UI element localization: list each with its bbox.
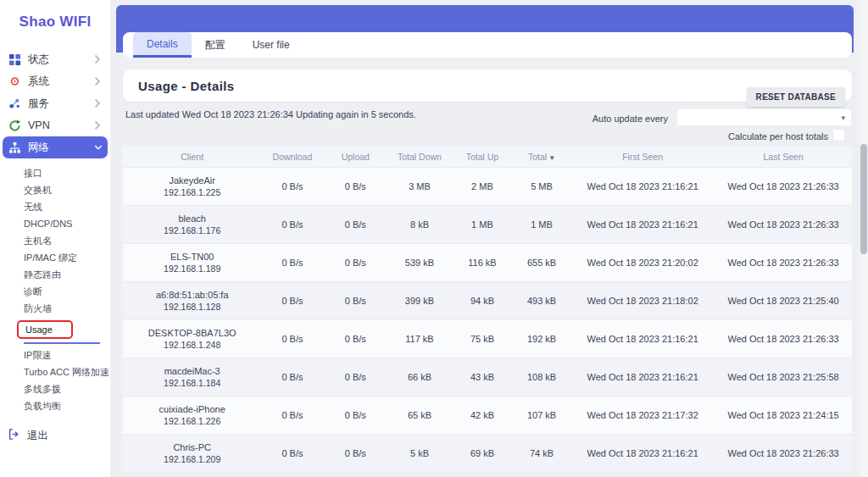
logout-label: 退出: [27, 429, 48, 443]
submenu-item-label: 多线多拨: [24, 383, 61, 396]
last-seen-cell: Wed Oct 18 2023 21:26:33: [715, 334, 852, 344]
table-row-3[interactable]: a6:8d:51:ab:05:fa 192.168.1.128 0 B/s 0 …: [123, 281, 852, 319]
total-cell: 107 kB: [513, 410, 570, 420]
first-seen-cell: Wed Oct 18 2023 21:17:32: [570, 410, 715, 420]
column-header-total[interactable]: Total▼: [513, 152, 570, 162]
client-cell: JakeydeAir 192.168.1.225: [123, 175, 261, 197]
column-header-last-seen[interactable]: Last Seen: [715, 152, 852, 162]
last-seen-cell: Wed Oct 18 2023 21:26:33: [715, 448, 852, 458]
app-window: Shao WIFI 状态 ⚙ 系统 服务: [0, 0, 868, 477]
sidebar-item-status[interactable]: 状态: [0, 48, 110, 70]
tab-details[interactable]: Details: [133, 32, 192, 58]
client-name: a6:8d:51:ab:05:fa: [123, 290, 261, 300]
submenu-item-label: IP/MAC 绑定: [24, 252, 77, 264]
submenu-item-11[interactable]: Turbo ACC 网络加速: [0, 363, 110, 380]
tab-user-file[interactable]: User file: [239, 32, 303, 58]
sidebar: Shao WIFI 状态 ⚙ 系统 服务: [0, 0, 110, 477]
sidebar-item-vpn[interactable]: VPN: [0, 114, 110, 136]
client-name: bleach: [123, 214, 261, 224]
column-header-total-up[interactable]: Total Up: [452, 152, 513, 162]
total-down-cell: 3 MB: [387, 181, 452, 191]
sidebar-item-services[interactable]: 服务: [0, 92, 110, 114]
table-row-2[interactable]: ELS-TN00 192.168.1.189 0 B/s 0 B/s 539 k…: [123, 243, 852, 281]
sidebar-item-label: VPN: [28, 119, 87, 131]
gear-icon: ⚙: [8, 75, 21, 88]
total-up-cell: 116 kB: [452, 258, 513, 268]
chevron-right-icon: [94, 54, 103, 64]
submenu-item-3[interactable]: DHCP/DNS: [0, 215, 110, 232]
client-cell: DESKTOP-8BA7L3O 192.168.1.248: [123, 328, 261, 350]
total-down-cell: 66 kB: [387, 372, 452, 382]
client-ip: 192.168.1.128: [123, 302, 261, 312]
sidebar-menu: 状态 ⚙ 系统 服务 VPN: [0, 48, 110, 158]
first-seen-cell: Wed Oct 18 2023 21:16:21: [570, 181, 715, 191]
submenu-item-7[interactable]: 诊断: [0, 283, 110, 300]
submenu-item-5[interactable]: IP/MAC 绑定: [0, 249, 110, 266]
last-seen-cell: Wed Oct 18 2023 21:26:33: [715, 181, 852, 191]
client-name: Chris-PC: [123, 442, 261, 452]
total-cell: 655 kB: [513, 258, 570, 268]
total-down-cell: 65 kB: [387, 410, 452, 420]
column-header-total-down[interactable]: Total Down: [387, 152, 452, 162]
sidebar-item-network[interactable]: 网络: [3, 136, 108, 158]
last-seen-cell: Wed Oct 18 2023 21:26:33: [715, 219, 852, 230]
chevron-right-icon: [94, 76, 103, 86]
table-header-row: Client Download Upload Total Down Total …: [123, 146, 852, 167]
table-row-4[interactable]: DESKTOP-8BA7L3O 192.168.1.248 0 B/s 0 B/…: [123, 319, 852, 358]
sidebar-item-system[interactable]: ⚙ 系统: [0, 70, 110, 92]
main-content: Details 配置 User file Usage - Details RES…: [110, 0, 868, 477]
submenu-item-0[interactable]: 接口: [0, 164, 110, 181]
tab-config[interactable]: 配置: [192, 32, 239, 58]
submenu-item-1[interactable]: 交换机: [0, 181, 110, 198]
submenu-item-8[interactable]: 防火墙: [0, 300, 110, 317]
upload-cell: 0 B/s: [323, 219, 387, 230]
first-seen-cell: Wed Oct 18 2023 21:20:02: [570, 258, 715, 268]
submenu-item-4[interactable]: 主机名: [0, 232, 110, 249]
tab-bar: Details 配置 User file: [123, 32, 852, 58]
table-row-6[interactable]: cuixiade-iPhone 192.168.1.226 0 B/s 0 B/…: [123, 396, 852, 434]
client-cell: cuixiade-iPhone 192.168.1.226: [123, 404, 261, 426]
calc-per-host-checkbox[interactable]: [832, 129, 845, 141]
last-updated-text: Last updated Wed Oct 18 2023 21:26:34 Up…: [125, 109, 416, 119]
last-seen-cell: Wed Oct 18 2023 21:24:15: [715, 410, 852, 420]
upload-cell: 0 B/s: [323, 258, 387, 268]
network-icon: [8, 141, 21, 154]
submenu-item-6[interactable]: 静态路由: [0, 266, 110, 283]
scrollbar-track[interactable]: [860, 0, 868, 477]
submenu-item-10[interactable]: IP限速: [0, 347, 110, 363]
total-down-cell: 539 kB: [387, 258, 452, 268]
submenu-item-label: IP限速: [24, 349, 51, 362]
client-name: ELS-TN00: [123, 252, 261, 262]
client-ip: 192.168.1.225: [123, 187, 261, 197]
table-row-1[interactable]: bleach 192.168.1.176 0 B/s 0 B/s 8 kB 1 …: [123, 205, 852, 243]
column-header-first-seen[interactable]: First Seen: [570, 152, 715, 162]
sidebar-item-label: 服务: [28, 97, 87, 111]
submenu-item-13[interactable]: 负载均衡: [0, 397, 110, 414]
table-row-5[interactable]: macdeiMac-3 192.168.1.184 0 B/s 0 B/s 66…: [123, 358, 852, 396]
logout-button[interactable]: 退出: [0, 428, 110, 443]
client-ip: 192.168.1.184: [123, 378, 261, 388]
client-ip: 192.168.1.209: [123, 454, 261, 464]
submenu-item-12[interactable]: 多线多拨: [0, 380, 110, 397]
download-cell: 0 B/s: [261, 219, 323, 230]
submenu-item-2[interactable]: 无线: [0, 198, 110, 215]
upload-cell: 0 B/s: [323, 181, 387, 191]
client-ip: 192.168.1.226: [123, 416, 261, 426]
submenu-item-9[interactable]: Usage: [0, 317, 110, 342]
column-header-download[interactable]: Download: [261, 152, 323, 162]
table-row-0[interactable]: JakeydeAir 192.168.1.225 0 B/s 0 B/s 3 M…: [123, 167, 852, 205]
column-header-upload[interactable]: Upload: [323, 152, 387, 162]
last-seen-cell: Wed Oct 18 2023 21:25:58: [715, 372, 852, 382]
column-header-total-label: Total: [528, 152, 547, 162]
first-seen-cell: Wed Oct 18 2023 21:16:21: [570, 372, 715, 382]
reset-database-button[interactable]: RESET DATABASE: [747, 87, 845, 107]
table-row-7[interactable]: Chris-PC 192.168.1.209 0 B/s 0 B/s 5 kB …: [123, 434, 852, 472]
auto-update-select[interactable]: ▾: [676, 108, 852, 126]
dropdown-caret-icon: ▾: [841, 114, 845, 122]
sidebar-item-label: 网络: [28, 141, 87, 155]
download-cell: 0 B/s: [261, 296, 323, 306]
submenu-item-label: 无线: [24, 201, 42, 214]
submenu-item-label: 静态路由: [24, 269, 61, 281]
scrollbar-thumb[interactable]: [860, 144, 867, 254]
column-header-client[interactable]: Client: [123, 152, 261, 162]
